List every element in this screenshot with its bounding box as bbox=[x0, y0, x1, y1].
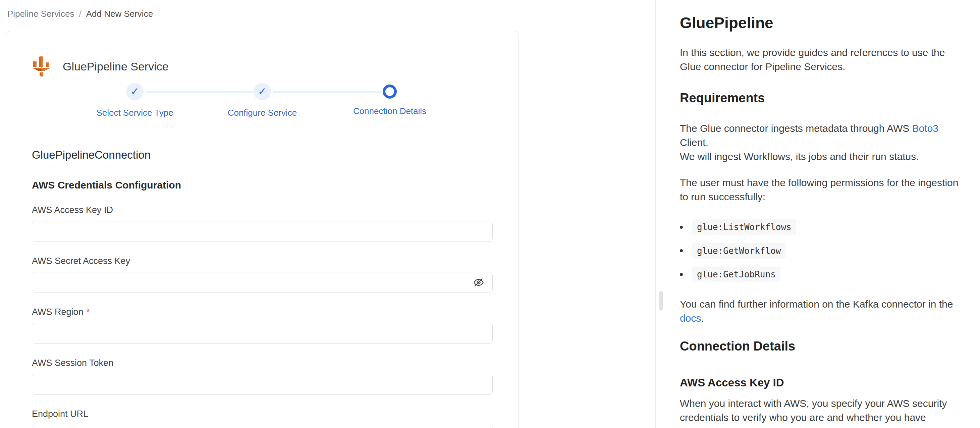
field-label: AWS Secret Access Key bbox=[32, 256, 493, 266]
field-label: AWS Access Key ID bbox=[32, 205, 493, 215]
step-connection-details[interactable]: Connection Details bbox=[326, 83, 453, 116]
field-label: Endpoint URL bbox=[32, 409, 493, 419]
step-select-service-type[interactable]: ✓ Select Service Type bbox=[71, 83, 199, 118]
aws-region-input[interactable] bbox=[32, 323, 493, 344]
card-header: GluePipeline Service bbox=[32, 55, 493, 78]
step-label: Select Service Type bbox=[96, 108, 173, 118]
field-label: AWS Region bbox=[32, 307, 84, 317]
field-aws-access-key-id: AWS Access Key ID bbox=[32, 205, 493, 242]
service-title: GluePipeline Service bbox=[63, 60, 169, 73]
aws-secret-access-key-input[interactable] bbox=[32, 272, 493, 293]
permission-item: glue:GetWorkflow bbox=[680, 243, 962, 259]
access-key-description: When you interact with AWS, you specify … bbox=[680, 396, 962, 428]
permissions-intro: The user must have the following permiss… bbox=[680, 176, 962, 204]
wizard-stepper: ✓ Select Service Type ✓ Configure Servic… bbox=[71, 83, 453, 119]
breadcrumb-add-new-service: Add New Service bbox=[86, 9, 153, 19]
field-aws-region: AWS Region* bbox=[32, 307, 493, 344]
docs-title: GluePipeline bbox=[680, 13, 962, 32]
step-completed-check-icon: ✓ bbox=[253, 83, 271, 100]
field-label: AWS Session Token bbox=[32, 358, 493, 368]
docs-intro: In this section, we provide guides and r… bbox=[680, 46, 962, 74]
field-aws-session-token: AWS Session Token bbox=[32, 358, 493, 395]
permission-item: glue:ListWorkflows bbox=[680, 220, 962, 235]
further-info: You can find further information on the … bbox=[680, 297, 962, 325]
step-current-ring-icon bbox=[383, 84, 397, 99]
credentials-section-title: AWS Credentials Configuration bbox=[32, 180, 493, 191]
docs-link[interactable]: docs bbox=[680, 313, 701, 324]
step-label: Configure Service bbox=[228, 108, 297, 118]
docs-scrollbar-thumb[interactable] bbox=[659, 291, 663, 310]
field-aws-secret-access-key: AWS Secret Access Key bbox=[32, 256, 493, 293]
bullet-icon bbox=[680, 273, 683, 276]
requirements-heading: Requirements bbox=[680, 90, 962, 106]
endpoint-url-input[interactable] bbox=[32, 425, 493, 428]
access-key-heading: AWS Access Key ID bbox=[680, 375, 962, 390]
permission-code: glue:GetJobRuns bbox=[692, 267, 780, 282]
permission-code: glue:GetWorkflow bbox=[692, 243, 786, 259]
eye-invisible-icon bbox=[473, 277, 484, 288]
step-configure-service[interactable]: ✓ Configure Service bbox=[199, 83, 326, 118]
bullet-icon bbox=[680, 249, 683, 252]
boto3-link[interactable]: Boto3 bbox=[912, 123, 939, 134]
connection-title: GluePipelineConnection bbox=[32, 149, 493, 161]
glue-service-icon bbox=[32, 55, 51, 78]
aws-session-token-input[interactable] bbox=[32, 374, 493, 395]
docs-panel: GluePipeline In this section, we provide… bbox=[655, 0, 980, 428]
requirements-paragraph: The Glue connector ingests metadata thro… bbox=[680, 121, 962, 164]
breadcrumb-separator: / bbox=[79, 9, 81, 19]
breadcrumb-pipeline-services[interactable]: Pipeline Services bbox=[7, 9, 74, 19]
step-label: Connection Details bbox=[353, 106, 426, 116]
breadcrumb: Pipeline Services / Add New Service bbox=[7, 9, 153, 19]
permission-item: glue:GetJobRuns bbox=[680, 267, 962, 282]
service-form-card: GluePipeline Service ✓ Select Service Ty… bbox=[6, 31, 519, 428]
aws-access-key-id-input[interactable] bbox=[32, 221, 493, 242]
required-asterisk: * bbox=[86, 307, 90, 317]
connection-details-heading: Connection Details bbox=[680, 338, 962, 354]
bullet-icon bbox=[680, 226, 683, 229]
permission-code: glue:ListWorkflows bbox=[692, 220, 796, 235]
step-completed-check-icon: ✓ bbox=[126, 83, 143, 100]
password-visibility-toggle[interactable] bbox=[473, 276, 485, 288]
permissions-list: glue:ListWorkflows glue:GetWorkflow glue… bbox=[680, 220, 962, 282]
field-endpoint-url: Endpoint URL bbox=[32, 409, 493, 428]
